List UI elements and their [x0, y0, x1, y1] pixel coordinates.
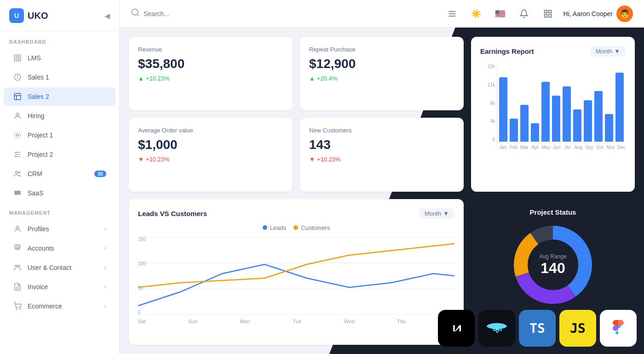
accounts-chevron: ›: [104, 245, 106, 251]
project1-icon: [13, 131, 22, 140]
revenue-arrow: ▲: [138, 75, 144, 82]
svg-rect-0: [14, 55, 17, 57]
sales1-icon: [13, 73, 22, 82]
invoice-icon: [13, 282, 22, 291]
saas-icon: [13, 188, 22, 198]
ts-label: TS: [529, 321, 545, 336]
sidebar-item-profiles[interactable]: Profiles ›: [4, 220, 115, 238]
y-label-11k: 11k: [480, 82, 495, 87]
donut-chart: Avg Range 140: [512, 223, 594, 306]
y-label-8k: 8k: [480, 101, 495, 106]
leads-title: Leads VS Customers: [138, 210, 207, 217]
sales2-icon: [13, 92, 22, 101]
new-customers-label: New Customers: [309, 127, 454, 134]
repeat-purchase-value: $12,900: [309, 57, 454, 71]
bar-Nov: [605, 114, 613, 142]
main-content: ☀️ 🇺🇸 Hi, Aaron Cooper 👨 Revenue $35,800…: [120, 0, 644, 354]
hiring-label: Hiring: [28, 112, 45, 120]
user-name-text: Hi, Aaron Cooper: [564, 10, 613, 17]
svg-rect-1: [18, 55, 21, 57]
lms-label: LMS: [28, 54, 41, 62]
sidebar-item-sales2[interactable]: Sales 2: [4, 87, 115, 106]
svg-point-9: [16, 156, 17, 157]
ecommerce-icon: [13, 302, 22, 311]
x-label-Nov: Nov: [606, 145, 615, 150]
bar-Jan: [499, 77, 507, 142]
profiles-chevron: ›: [104, 226, 106, 232]
leads-legend-label: Leads: [270, 224, 286, 231]
figma-icon[interactable]: [600, 310, 637, 347]
javascript-icon[interactable]: JS: [559, 310, 596, 347]
svg-point-21: [132, 9, 138, 15]
sidebar-item-project1[interactable]: Project 1: [4, 126, 115, 144]
revenue-card: Revenue $35,800 ▲ +10.23%: [129, 37, 293, 110]
x-label-Oct: Oct: [596, 145, 604, 150]
customers-legend-dot: [293, 225, 298, 230]
language-flag[interactable]: 🇺🇸: [492, 6, 508, 22]
user-contact-chevron: ›: [104, 264, 106, 271]
leads-period-selector[interactable]: Month ▼: [419, 208, 454, 219]
leads-period-chevron: ▼: [443, 210, 449, 217]
line-chart-area: Sat Sun Mon Tue Wed Thu Fri 150 100 50 0: [138, 237, 454, 320]
revenue-label: Revenue: [138, 46, 283, 53]
react-icon[interactable]: ⚛: [478, 310, 515, 347]
sidebar-item-project2[interactable]: Project 2: [4, 145, 115, 164]
new-customers-change: ▼ +10.23%: [309, 156, 454, 163]
avg-order-arrow: ▼: [138, 156, 144, 163]
bar-Mar: [520, 105, 529, 142]
sidebar-item-saas[interactable]: SaaS: [4, 184, 115, 202]
earnings-period-selector[interactable]: Month ▼: [590, 46, 626, 57]
donut-center: Avg Range 140: [539, 253, 566, 276]
saas-label: SaaS: [28, 189, 43, 197]
x-label-Aug: Aug: [574, 145, 582, 150]
search-input[interactable]: [144, 10, 236, 17]
apps-icon[interactable]: [540, 6, 556, 22]
sidebar-item-sales1[interactable]: Sales 1: [4, 68, 115, 86]
leads-legend-dot: [263, 225, 267, 230]
search-box: [131, 8, 437, 19]
nextjs-icon[interactable]: [438, 310, 475, 347]
sidebar-item-user-contact[interactable]: User & Contact ›: [4, 258, 115, 277]
crm-badge: 30: [94, 171, 106, 177]
sidebar: U UKO ◀ DASHBOARD LMS Sales 1 Sales 2 Hi…: [0, 0, 120, 354]
theme-toggle[interactable]: ☀️: [468, 6, 484, 22]
revenue-change: ▲ +10.23%: [138, 75, 283, 82]
sidebar-item-lms[interactable]: LMS: [4, 49, 115, 67]
x-label-Jul: Jul: [564, 145, 572, 150]
x-label-Apr: Apr: [531, 145, 539, 150]
donut-value: 140: [539, 259, 566, 276]
x-label-thu: Thu: [397, 319, 406, 324]
y-label-0: 0: [480, 137, 495, 142]
logo-text: UKO: [28, 11, 48, 21]
bar-May: [541, 82, 550, 142]
lms-icon: [13, 53, 22, 63]
collapse-button[interactable]: ◀: [104, 11, 110, 20]
x-label-Jun: Jun: [552, 145, 561, 150]
sidebar-item-invoice[interactable]: Invoice ›: [4, 278, 115, 296]
user-greeting[interactable]: Hi, Aaron Cooper 👨: [564, 6, 633, 22]
bar-Feb: [510, 119, 518, 142]
earnings-title: Earnings Report: [480, 47, 534, 55]
bar-Aug: [573, 109, 581, 142]
bar-Jul: [563, 86, 571, 142]
sidebar-item-crm[interactable]: CRM 30: [4, 165, 115, 183]
svg-rect-2: [14, 59, 17, 61]
earnings-chart-card: Earnings Report Month ▼ 15k 11k 8k 4k 0: [471, 37, 635, 192]
y-axis-labels: 150 100 50 0: [138, 237, 146, 315]
repeat-purchase-card: Repeat Purchase $12,900 ▲ +20.4%: [300, 37, 464, 110]
project-status-title: Project Status: [530, 208, 576, 216]
sidebar-item-ecommerce[interactable]: Ecommerce ›: [4, 297, 115, 315]
notifications-icon[interactable]: [516, 6, 532, 22]
chart-legend: Leads Customers: [138, 224, 454, 231]
svg-point-12: [16, 226, 19, 229]
revenue-change-text: +10.23%: [146, 75, 170, 82]
svg-point-8: [16, 152, 17, 153]
search-icon: [131, 8, 140, 19]
sidebar-item-hiring[interactable]: Hiring: [4, 107, 115, 125]
svg-point-38: [448, 320, 464, 336]
x-label-sun: Sun: [188, 319, 197, 324]
menu-icon[interactable]: [444, 6, 460, 22]
x-label-sat: Sat: [138, 319, 146, 324]
typescript-icon[interactable]: TS: [519, 310, 556, 347]
sidebar-item-accounts[interactable]: Accounts ›: [4, 239, 115, 257]
